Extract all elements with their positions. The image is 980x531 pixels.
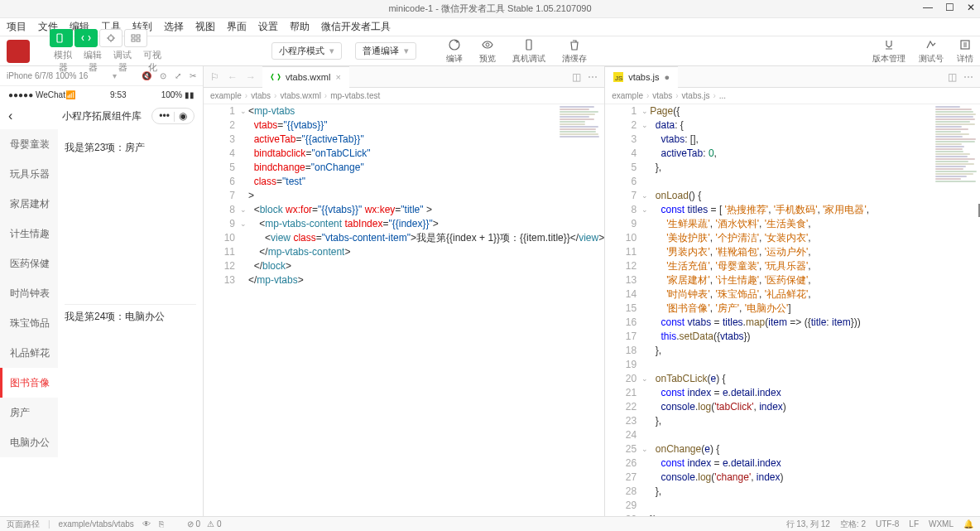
bookmark-icon[interactable]: ⚐ (210, 71, 219, 83)
battery-label: 100% ▮▮ (161, 90, 195, 99)
svg-rect-3 (137, 35, 140, 37)
simulator-panel: iPhone 6/7/8 100% 16▾ 🔇 ⊙ ⤢ ✂ ●●●●● WeCh… (0, 66, 204, 516)
minimize-button[interactable]: ― (922, 2, 934, 13)
content-item: 我是第23项：房产 (65, 136, 196, 305)
minimap[interactable] (560, 106, 603, 181)
sim-share-icon[interactable]: ⤢ (175, 71, 181, 80)
minimap[interactable] (935, 106, 978, 181)
compile-mode-select[interactable]: 小程序模式▾ (271, 42, 342, 60)
clear-cache-button[interactable]: 清缓存 (562, 38, 587, 65)
warning-count[interactable]: ⚠ 0 (207, 519, 221, 529)
editor-panel-js: JS vtabs.js ● ◫ ⋯ example›vtabs›vtabs.js… (605, 66, 980, 516)
statusbar: 页面路径 | example/vtabs/vtabs 👁 ⎘ ⊘ 0 ⚠ 0 行… (0, 516, 980, 531)
file-tab-wxml[interactable]: vtabs.wxml × (262, 66, 349, 88)
vtab-item[interactable]: 计生情趣 (0, 219, 58, 249)
menu-界面[interactable]: 界面 (227, 20, 247, 34)
menu-项目[interactable]: 项目 (7, 20, 26, 34)
nav-back-icon[interactable]: ← (228, 71, 238, 83)
visual-toggle[interactable] (124, 29, 147, 47)
notification-icon[interactable]: 🔔 (963, 519, 973, 529)
time-label: 9:53 (110, 90, 126, 99)
compile-type-select[interactable]: 普通编译▾ (355, 42, 416, 60)
copy-icon[interactable]: ⎘ (159, 519, 164, 529)
vtab-item[interactable]: 医药保健 (0, 249, 58, 278)
svg-rect-4 (132, 39, 135, 41)
maximize-button[interactable]: ☐ (944, 2, 955, 13)
simulator-toggle[interactable] (50, 29, 73, 47)
details-button[interactable]: 详情 (957, 38, 973, 65)
user-avatar[interactable] (7, 40, 30, 63)
menu-视图[interactable]: 视图 (195, 20, 215, 34)
close-tab-icon[interactable]: × (335, 72, 340, 82)
vtab-item[interactable]: 家居建材 (0, 189, 58, 219)
vtab-item[interactable]: 房产 (0, 398, 58, 427)
compile-button[interactable]: 编译 (446, 38, 463, 65)
eye-icon[interactable]: 👁 (142, 519, 151, 529)
svg-rect-0 (57, 34, 62, 42)
vtabs-sidebar: 母婴童装玩具乐器家居建材计生情趣医药保健时尚钟表珠宝饰品礼品鲜花图书音像房产电脑… (0, 129, 58, 457)
page-path-label: 页面路径 (7, 519, 40, 530)
vtab-item[interactable]: 珠宝饰品 (0, 308, 58, 338)
version-button[interactable]: 版本管理 (872, 38, 906, 65)
test-account-button[interactable]: 测试号 (919, 38, 944, 65)
unsaved-indicator: ● (664, 72, 670, 82)
language-mode[interactable]: WXML (929, 519, 954, 529)
svg-point-7 (486, 43, 489, 46)
toolbar: 模拟器编辑器调试器可视化 小程序模式▾ 普通编译▾ 编译 预览 真机调试 清缓存… (0, 36, 980, 66)
encoding[interactable]: UTF-8 (876, 519, 899, 529)
vtab-item[interactable]: 时尚钟表 (0, 278, 58, 308)
vtab-item[interactable]: 电脑办公 (0, 427, 58, 457)
vtab-item[interactable]: 图书音像 (0, 368, 58, 398)
debugger-toggle[interactable] (99, 29, 122, 47)
split-icon[interactable]: ◫ (572, 71, 581, 83)
remote-debug-button[interactable]: 真机调试 (512, 38, 545, 65)
indent-setting[interactable]: 空格: 2 (840, 519, 866, 530)
preview-button[interactable]: 预览 (479, 38, 496, 65)
page-path[interactable]: example/vtabs/vtabs (59, 519, 134, 529)
vtab-item[interactable]: 母婴童装 (0, 129, 58, 159)
eol[interactable]: LF (909, 519, 919, 529)
content-item: 我是第24项：电脑办公 (65, 305, 196, 329)
sim-cut-icon[interactable]: ✂ (190, 71, 196, 80)
sim-play-icon[interactable]: ⊙ (160, 71, 166, 80)
back-icon[interactable]: ‹ (8, 109, 12, 123)
more-icon[interactable]: ⋯ (963, 71, 973, 83)
page-title: 小程序拓展组件库 (62, 109, 142, 123)
more-icon[interactable]: ⋯ (588, 71, 598, 83)
breadcrumb-wxml[interactable]: example›vtabs›vtabs.wxml›mp-vtabs.test (204, 88, 604, 104)
window-titlebar: minicode-1 - 微信开发者工具 Stable 1.05.2107090… (0, 0, 980, 18)
phone-preview: ●●●●● WeChat📶 9:53 100% ▮▮ ‹ 小程序拓展组件库 ••… (0, 86, 203, 516)
menu-微信开发者工具[interactable]: 微信开发者工具 (321, 20, 391, 34)
menu-设置[interactable]: 设置 (258, 20, 278, 34)
svg-rect-2 (132, 35, 135, 37)
menu-帮助[interactable]: 帮助 (290, 20, 310, 34)
svg-text:JS: JS (615, 75, 622, 82)
close-button[interactable]: ✕ (965, 2, 977, 13)
vtab-item[interactable]: 玩具乐器 (0, 159, 58, 189)
split-icon[interactable]: ◫ (948, 71, 957, 83)
capsule-close-icon[interactable]: ◉ (179, 110, 187, 122)
error-count[interactable]: ⊘ 0 (187, 519, 200, 529)
editor-panel-wxml: ⚐ ← → vtabs.wxml × ◫ ⋯ example›vtabs›vta… (204, 66, 605, 516)
carrier-label: ●●●●● WeChat📶 (8, 90, 75, 99)
code-editor-js[interactable]: 1234567891011121314151617181920212223242… (605, 104, 980, 516)
svg-rect-5 (137, 39, 140, 41)
breadcrumb-js[interactable]: example›vtabs›vtabs.js›... (605, 88, 980, 104)
code-editor-wxml[interactable]: 12345678910111213 ⌄⌄⌄ <mp-vtabs vtabs="{… (204, 104, 604, 516)
editor-toggle[interactable] (74, 29, 98, 47)
window-title: minicode-1 - 微信开发者工具 Stable 1.05.2107090 (388, 2, 591, 15)
vtabs-content[interactable]: 我是第23项：房产 我是第24项：电脑办公 (58, 129, 203, 457)
svg-point-1 (108, 36, 113, 41)
sim-mute-icon[interactable]: 🔇 (142, 71, 151, 80)
cursor-position[interactable]: 行 13, 列 12 (786, 519, 830, 530)
svg-rect-8 (526, 40, 531, 50)
nav-fwd-icon[interactable]: → (246, 71, 256, 83)
file-tab-js[interactable]: JS vtabs.js ● (605, 66, 678, 88)
device-label[interactable]: iPhone 6/7/8 100% 16 (7, 71, 88, 80)
vtab-item[interactable]: 礼品鲜花 (0, 338, 58, 368)
menu-选择[interactable]: 选择 (164, 20, 184, 34)
capsule-menu-icon[interactable]: ••• (159, 110, 170, 122)
